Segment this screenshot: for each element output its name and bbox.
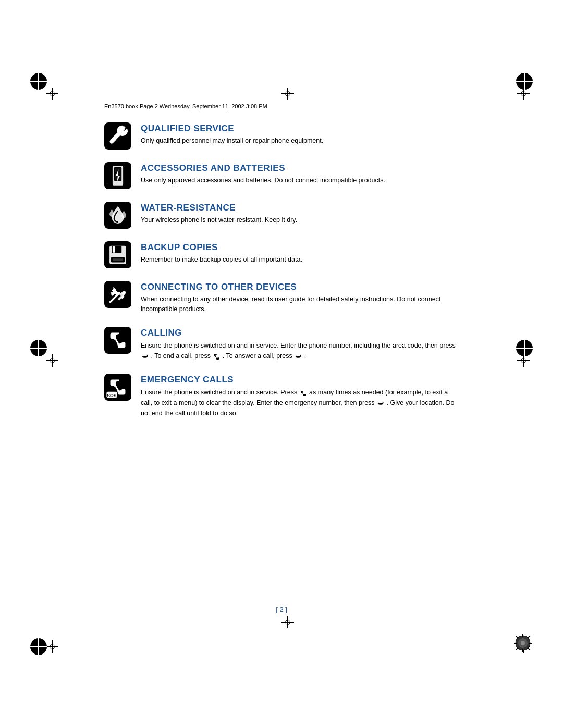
connecting-content: CONNECTING TO OTHER DEVICES When connect… bbox=[141, 281, 459, 314]
calling-text: Ensure the phone is switched on and in s… bbox=[141, 340, 459, 361]
svg-line-20 bbox=[147, 355, 148, 356]
svg-text:SOS: SOS bbox=[107, 392, 117, 398]
emergency-title: EMERGENCY CALLS bbox=[141, 375, 459, 385]
connecting-text: When connecting to any other device, rea… bbox=[141, 294, 459, 314]
water-title: WATER-RESISTANCE bbox=[141, 203, 459, 213]
sun-reg-mark bbox=[513, 633, 533, 653]
section-connecting: CONNECTING TO OTHER DEVICES When connect… bbox=[104, 281, 459, 314]
svg-point-2 bbox=[521, 641, 525, 645]
section-accessories: ACCESSORIES AND BATTERIES Use only appro… bbox=[104, 162, 459, 189]
svg-line-8 bbox=[528, 648, 530, 650]
svg-line-24 bbox=[383, 402, 383, 403]
icon-qualified-service bbox=[104, 122, 131, 150]
qualified-service-content: QUALIFIED SERVICE Only qualified personn… bbox=[141, 122, 459, 146]
reg-mark-bottom-right bbox=[513, 633, 533, 655]
water-content: WATER-RESISTANCE Your wireless phone is … bbox=[141, 202, 459, 225]
backup-text: Remember to make backup copies of all im… bbox=[141, 255, 459, 265]
section-water: WATER-RESISTANCE Your wireless phone is … bbox=[104, 202, 459, 229]
reg-mark-bottom-left bbox=[30, 638, 47, 655]
page: En3570.book Page 2 Wednesday, September … bbox=[0, 0, 563, 728]
emergency-content: EMERGENCY CALLS Ensure the phone is swit… bbox=[141, 374, 459, 418]
qualified-service-title: QUALIFIED SERVICE bbox=[141, 124, 459, 134]
backup-title: BACKUP COPIES bbox=[141, 242, 459, 253]
reg-mark-top-left bbox=[30, 73, 47, 90]
accessories-text: Use only approved accessories and batter… bbox=[141, 176, 459, 186]
page-number: [ 2 ] bbox=[276, 606, 287, 613]
icon-emergency: SOS bbox=[104, 374, 131, 401]
end-icon-2 bbox=[377, 399, 384, 406]
section-calling: CALLING Ensure the phone is switched on … bbox=[104, 327, 459, 361]
header-text: En3570.book Page 2 Wednesday, September … bbox=[104, 103, 267, 109]
reg-mark-mid-left bbox=[30, 340, 47, 356]
calling-title: CALLING bbox=[141, 328, 459, 338]
svg-line-7 bbox=[516, 636, 518, 638]
qualified-service-text: Only qualified personnel may install or … bbox=[141, 136, 459, 146]
icon-backup bbox=[104, 241, 131, 268]
answer-icon bbox=[295, 352, 302, 360]
accessories-title: ACCESSORIES AND BATTERIES bbox=[141, 163, 459, 174]
svg-line-21 bbox=[300, 355, 301, 356]
main-content: QUALIFIED SERVICE Only qualified personn… bbox=[104, 122, 459, 431]
svg-line-9 bbox=[528, 636, 530, 638]
reg-mark-mid-right bbox=[516, 340, 533, 356]
end-call-icon bbox=[141, 352, 149, 360]
backup-content: BACKUP COPIES Remember to make backup co… bbox=[141, 241, 459, 265]
reg-mark-top-right bbox=[516, 73, 533, 90]
calling-content: CALLING Ensure the phone is switched on … bbox=[141, 327, 459, 361]
section-qualified-service: QUALIFIED SERVICE Only qualified personn… bbox=[104, 122, 459, 150]
water-text: Your wireless phone is not water-resista… bbox=[141, 215, 459, 225]
icon-accessories bbox=[104, 162, 131, 189]
icon-calling bbox=[104, 327, 131, 354]
svg-rect-19 bbox=[113, 258, 123, 261]
section-backup: BACKUP COPIES Remember to make backup co… bbox=[104, 241, 459, 268]
icon-water bbox=[104, 202, 131, 229]
svg-line-10 bbox=[516, 648, 518, 650]
emergency-text: Ensure the phone is switched on and in s… bbox=[141, 387, 459, 418]
section-emergency: SOS EMERGENCY CALLS Ensure the phone is … bbox=[104, 374, 459, 418]
accessories-content: ACCESSORIES AND BATTERIES Use only appro… bbox=[141, 162, 459, 186]
connecting-title: CONNECTING TO OTHER DEVICES bbox=[141, 282, 459, 292]
call-icon bbox=[213, 352, 220, 360]
svg-rect-17 bbox=[113, 246, 115, 253]
call-icon-2 bbox=[300, 389, 307, 396]
icon-connecting bbox=[104, 281, 131, 308]
